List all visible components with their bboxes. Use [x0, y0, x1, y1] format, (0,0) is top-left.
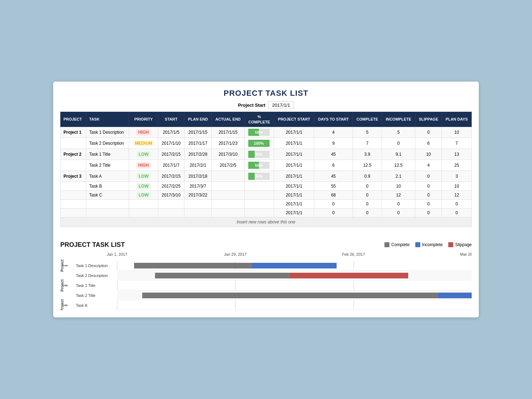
table-row: 2017/1/1 0 0 0 0 0 — [61, 208, 472, 217]
cell-slippage: 10 — [415, 149, 442, 160]
cell-slippage: 0 — [415, 199, 442, 208]
task-table: PROJECT TASK PRIORITY START PLAN END ACT… — [60, 112, 472, 227]
cell-slippage: 0 — [415, 171, 442, 182]
gantt-chart-area — [117, 261, 472, 310]
table-row: 2017/1/1 0 0 0 0 0 — [61, 199, 472, 208]
cell-project — [61, 160, 86, 171]
cell-incomplete: 0 — [382, 138, 415, 149]
cell-task: Task A — [86, 171, 129, 182]
col-actual-end: ACTUAL END — [211, 112, 244, 127]
gantt-axis: Jan 1, 2017Jan 29, 2017Feb 26, 2017Mar 2… — [117, 252, 472, 259]
cell-plan-end: 2017/1/15 — [184, 127, 212, 138]
cell-proj-start: 2017/1/1 — [274, 199, 314, 208]
task-table-body: Project 1 Task 1 Description HIGH 2017/1… — [61, 127, 472, 227]
gantt-bar-incomplete — [252, 263, 337, 268]
cell-plan-end: 2017/3/22 — [184, 190, 212, 199]
cell-slippage: 4 — [415, 160, 442, 171]
cell-task — [86, 208, 129, 217]
legend-slippage: Slippage — [448, 242, 472, 247]
cell-incomplete: 2.1 — [382, 171, 415, 182]
cell-actual-end — [211, 190, 244, 199]
gantt-task-label: Task A — [74, 303, 117, 307]
cell-proj-start: 2017/1/1 — [274, 190, 314, 199]
cell-priority: LOW — [129, 149, 158, 160]
table-row: Task B LOW 2017/2/25 2017/3/7 2017/1/1 5… — [61, 182, 472, 190]
cell-plan-days: 3 — [442, 171, 472, 182]
col-days-to-start: Days to Start — [314, 112, 353, 127]
gantt-project-name: Project 1 — [60, 260, 74, 272]
gantt-bar-incomplete — [438, 293, 472, 298]
cell-priority: MEDIUM — [129, 138, 158, 149]
gantt-row — [117, 290, 472, 300]
cell-days-to-start: 55 — [314, 182, 353, 190]
gantt-axis-label: Mar 26, 2017 — [460, 252, 472, 256]
gantt-project-name: Project 2 — [60, 279, 74, 292]
cell-task: Task 1 Description — [86, 127, 129, 138]
cell-days-to-start: 45 — [314, 149, 353, 160]
main-container: PROJECT TASK LIST Project Start 2017/1/1… — [53, 82, 479, 317]
cell-task — [86, 199, 129, 208]
cell-incomplete: 10 — [382, 182, 415, 190]
incomplete-legend-box — [415, 242, 420, 247]
project-start-label: Project Start — [238, 102, 265, 108]
cell-actual-end — [211, 171, 244, 182]
cell-proj-start: 2017/1/1 — [274, 182, 314, 190]
cell-proj-start: 2017/1/1 — [274, 171, 314, 182]
cell-priority: LOW — [129, 182, 158, 190]
cell-slippage: 6 — [415, 138, 442, 149]
gantt-bar-complete — [134, 263, 252, 268]
chart-section: PROJECT TASK LIST Complete Incomplete Sl… — [60, 238, 472, 310]
cell-plan-end — [184, 208, 212, 217]
table-row: Project 3 Task A LOW 2017/2/15 2017/2/18… — [61, 171, 472, 182]
cell-project — [61, 190, 86, 199]
cell-start: 2017/1/5 — [158, 127, 184, 138]
cell-priority: HIGH — [129, 127, 158, 138]
cell-task: Task 2 Title — [86, 160, 129, 171]
cell-plan-days: 10 — [442, 127, 472, 138]
col-project: PROJECT — [61, 112, 86, 127]
cell-plan-end — [184, 199, 212, 208]
cell-plan-days: 13 — [442, 149, 472, 160]
cell-actual-end — [211, 182, 244, 190]
cell-proj-start: 2017/1/1 — [274, 160, 314, 171]
cell-plan-days: 10 — [442, 182, 472, 190]
cell-incomplete: 12.5 — [382, 160, 415, 171]
table-row: Task C LOW 2017/3/10 2017/3/22 2017/1/1 … — [61, 190, 472, 199]
chart-header: PROJECT TASK LIST Complete Incomplete Sl… — [60, 241, 472, 249]
gantt-row — [117, 271, 472, 281]
cell-days-to-start: 0 — [314, 199, 353, 208]
table-row: Project 1 Task 1 Description HIGH 2017/1… — [61, 127, 472, 138]
cell-start: 2017/1/7 — [158, 160, 184, 171]
gantt-label-row: Project 2Task 1 Title — [60, 281, 117, 290]
cell-task: Task B — [86, 182, 129, 190]
cell-incomplete: 5 — [382, 127, 415, 138]
cell-pct — [244, 199, 274, 208]
complete-legend-box — [384, 242, 389, 247]
cell-complete: 0 — [353, 199, 382, 208]
col-proj-start: Project Start — [274, 112, 314, 127]
cell-complete: 0.9 — [353, 171, 382, 182]
cell-slippage: 0 — [415, 127, 442, 138]
cell-slippage: 0 — [415, 190, 442, 199]
gantt-project-name: Project 3 — [60, 299, 74, 310]
cell-priority: HIGH — [129, 160, 158, 171]
col-priority: PRIORITY — [129, 112, 158, 127]
cell-incomplete: 12 — [382, 190, 415, 199]
cell-incomplete: 0 — [382, 199, 415, 208]
gantt-label-row: Task 2 Title — [60, 290, 117, 300]
cell-actual-end — [211, 208, 244, 217]
slippage-legend-box — [448, 242, 453, 247]
page-title: PROJECT TASK LIST — [60, 89, 472, 98]
cell-actual-end: 2017/2/5 — [211, 160, 244, 171]
cell-project — [61, 208, 86, 217]
gantt-body: Project 1Task 1 DescriptionTask 2 Descri… — [60, 261, 472, 310]
cell-task: Task 2 Description — [86, 138, 129, 149]
cell-days-to-start: 6 — [314, 160, 353, 171]
gantt-task-label: Task 2 Title — [74, 293, 117, 298]
cell-project: Project 3 — [61, 171, 86, 182]
slippage-legend-label: Slippage — [455, 242, 472, 247]
legend-incomplete: Incomplete — [415, 242, 443, 247]
cell-days-to-start: 4 — [314, 127, 353, 138]
cell-plan-end: 2017/2/28 — [184, 149, 212, 160]
legend-complete: Complete — [384, 242, 409, 247]
